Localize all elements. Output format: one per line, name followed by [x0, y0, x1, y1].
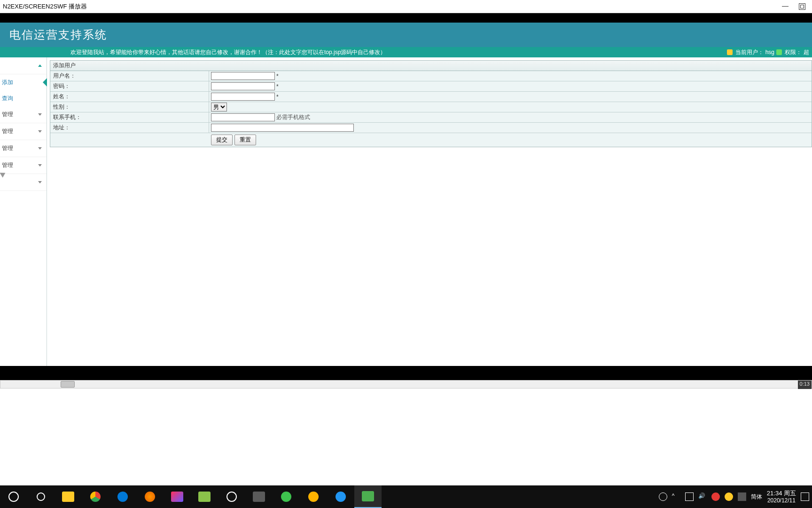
scrollbar-thumb[interactable]: [61, 381, 75, 388]
label-username: 用户名：: [50, 71, 209, 81]
app-subbar: 欢迎登陆我站，希望能给你带来好心情，其他话语请您自己修改，谢谢合作！（注：此处文…: [0, 47, 812, 57]
sidebar-item-label: 管理: [2, 111, 13, 119]
app-icon-1[interactable]: [300, 485, 327, 508]
clock[interactable]: 21:34 周五 2020/12/11: [767, 490, 796, 504]
sidebar-item-label: 管理: [2, 161, 13, 169]
role-icon: [776, 49, 782, 55]
window-titlebar: N2EXE/SCREEN2SWF 播放器: [0, 0, 812, 13]
start-button[interactable]: [0, 485, 27, 508]
sidebar-item-add[interactable]: 添加: [0, 74, 47, 90]
tray-up-icon[interactable]: ^: [672, 492, 680, 501]
required-mark: *: [276, 94, 279, 100]
chevron-down-icon: [38, 113, 42, 116]
edge-icon[interactable]: [109, 485, 136, 508]
row-gender: 性别： 男: [50, 102, 812, 112]
tray-app-3-icon[interactable]: [738, 492, 746, 501]
minimize-icon[interactable]: [782, 3, 789, 10]
sidebar-item-label: 管理: [2, 144, 13, 152]
chevron-down-icon: [38, 147, 42, 150]
input-password[interactable]: [211, 82, 275, 90]
system-tray: ^ 🔊 简体 21:34 周五 2020/12/11: [659, 485, 812, 508]
label-phone: 联系手机：: [50, 112, 209, 122]
user-icon: [727, 49, 733, 55]
label-name: 姓名：: [50, 92, 209, 102]
row-username: 用户名： *: [50, 71, 812, 81]
taskbar-left: [0, 485, 382, 508]
chevron-up-icon: [38, 64, 42, 67]
screen2swf-icon[interactable]: [354, 485, 382, 508]
player-timecode: 0:13: [798, 381, 812, 389]
submit-button[interactable]: 提交: [211, 135, 233, 145]
battery-icon[interactable]: [685, 492, 694, 501]
sidebar-item-label: 管理: [2, 127, 13, 135]
input-name[interactable]: [211, 93, 275, 101]
phone-hint: 必需手机格式: [276, 113, 310, 121]
sidebar-item-manage-4[interactable]: 管理: [0, 157, 47, 174]
clock-time: 21:34: [767, 490, 782, 497]
welcome-text: 欢迎登陆我站，希望能给你带来好心情，其他话语请您自己修改，谢谢合作！（注：此处文…: [70, 48, 386, 56]
button-row: 提交 重置: [50, 133, 812, 147]
sidebar-item-query[interactable]: 查询: [0, 90, 47, 106]
browser-360-icon[interactable]: [273, 485, 300, 508]
intellij-icon[interactable]: [164, 485, 191, 508]
firefox-icon[interactable]: [136, 485, 164, 508]
clock-date: 2020/12/11: [767, 497, 796, 504]
row-phone: 联系手机： 必需手机格式: [50, 112, 812, 123]
qq-icon[interactable]: [218, 485, 245, 508]
tray-app-2-icon[interactable]: [725, 492, 733, 501]
sidebar-item-manage-1[interactable]: 管理: [0, 106, 47, 123]
role-value: 超: [804, 48, 809, 56]
people-icon[interactable]: [659, 492, 667, 501]
reset-button[interactable]: 重置: [234, 135, 256, 145]
user-label: 当前用户：: [735, 48, 764, 56]
row-password: 密码： *: [50, 81, 812, 92]
window-controls: [782, 3, 809, 10]
sidebar-item-label: 查询: [2, 95, 13, 103]
tray-app-1-icon[interactable]: [711, 492, 720, 501]
form-title: 添加用户: [50, 61, 812, 71]
ime-indicator[interactable]: 简体: [751, 493, 762, 501]
chevron-down-icon: [38, 130, 42, 133]
chevron-down-icon: [38, 164, 42, 167]
required-mark: *: [276, 73, 279, 79]
sidebar-item-manage-2[interactable]: 管理: [0, 123, 47, 140]
sidebar-item-7[interactable]: [0, 174, 47, 191]
chrome-icon[interactable]: [82, 485, 109, 508]
tools-icon[interactable]: [245, 485, 273, 508]
search-button[interactable]: [27, 485, 55, 508]
app-icon-2[interactable]: [327, 485, 354, 508]
sidebar: 添加 查询 管理 管理 管理 管理: [0, 57, 47, 366]
chevron-down-icon: [38, 181, 42, 183]
notifications-icon[interactable]: [801, 492, 809, 501]
input-username[interactable]: [211, 72, 275, 80]
taskbar: ^ 🔊 简体 21:34 周五 2020/12/11: [0, 485, 812, 508]
clock-weekday: 周五: [784, 490, 796, 497]
sidebar-item-label: 添加: [2, 79, 13, 87]
sidebar-item-0[interactable]: [0, 57, 47, 74]
input-phone[interactable]: [211, 113, 275, 121]
notepad-icon[interactable]: [191, 485, 218, 508]
input-address[interactable]: [211, 124, 354, 132]
label-address: 地址：: [50, 123, 209, 133]
required-mark: *: [276, 83, 279, 90]
window-title: N2EXE/SCREEN2SWF 播放器: [3, 2, 87, 11]
label-password: 密码：: [50, 81, 209, 91]
player-scrollbar[interactable]: 0:13: [0, 380, 812, 389]
app-banner: 电信运营支持系统: [0, 23, 812, 47]
app-body: 添加 查询 管理 管理 管理 管理: [0, 57, 812, 366]
app-title: 电信运营支持系统: [9, 27, 107, 42]
recorded-screen: 电信运营支持系统 欢迎登陆我站，希望能给你带来好心情，其他话语请您自己修改，谢谢…: [0, 23, 812, 366]
player-viewport: 电信运营支持系统 欢迎登陆我站，希望能给你带来好心情，其他话语请您自己修改，谢谢…: [0, 13, 812, 380]
volume-icon[interactable]: 🔊: [698, 492, 707, 501]
row-name: 姓名： *: [50, 92, 812, 102]
maximize-icon[interactable]: [799, 3, 805, 10]
role-label: 权限：: [785, 48, 802, 56]
user-value: hsg: [765, 49, 774, 56]
add-user-form: 添加用户 用户名： * 密码： *: [50, 60, 812, 147]
sidebar-item-manage-3[interactable]: 管理: [0, 140, 47, 157]
label-gender: 性别：: [50, 102, 209, 112]
select-gender[interactable]: 男: [211, 103, 227, 111]
user-info: 当前用户：hsg 权限：超: [727, 48, 809, 56]
file-explorer-icon[interactable]: [55, 485, 82, 508]
row-address: 地址：: [50, 123, 812, 133]
